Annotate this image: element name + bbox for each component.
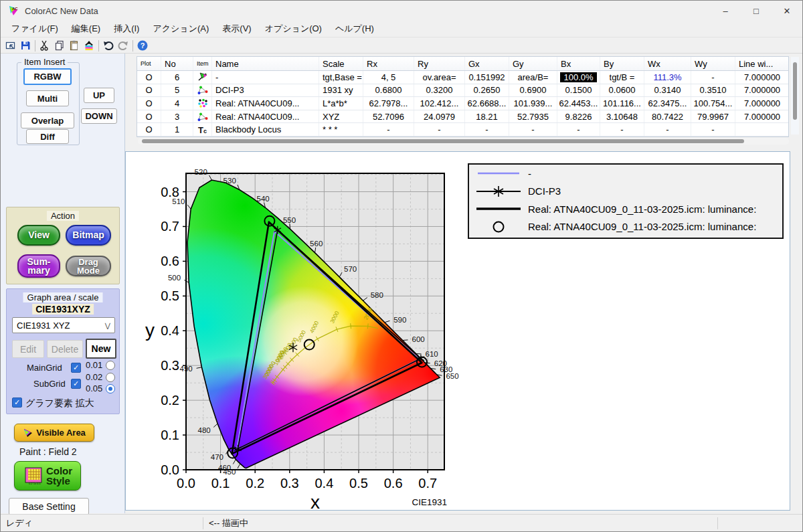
menu-item-4[interactable]: 表示(V) xyxy=(215,21,258,37)
grid-step-radio-005[interactable] xyxy=(106,384,115,393)
cell-wx[interactable]: 111.3% xyxy=(644,71,691,84)
menu-item-0[interactable]: ファイル(F) xyxy=(5,21,65,37)
rgbw-button[interactable]: RGBW xyxy=(23,68,72,85)
cell-by[interactable]: - xyxy=(600,123,644,136)
cell-wy[interactable]: - xyxy=(691,123,735,136)
menu-item-2[interactable]: 挿入(I) xyxy=(107,21,146,37)
cell-scale[interactable]: L*a*b* xyxy=(319,97,363,110)
cell-by[interactable]: tgt/B = xyxy=(600,71,644,84)
cell-wx[interactable]: 0.3140 xyxy=(644,84,691,97)
table-hscrollbar[interactable] xyxy=(138,138,789,145)
multi-button[interactable]: Multi xyxy=(26,90,69,106)
cell-gx[interactable]: 62.6688... xyxy=(465,97,509,110)
up-button[interactable]: UP xyxy=(84,88,114,103)
cell-bx[interactable]: 0.1500 xyxy=(557,84,600,97)
overlap-button[interactable]: Overlap xyxy=(21,112,74,128)
cell-name[interactable]: Blackbody Locus xyxy=(212,123,319,136)
cell-line-wi-[interactable] xyxy=(735,123,790,136)
col-header-by[interactable]: By xyxy=(600,57,644,70)
cell-gy[interactable]: - xyxy=(509,123,557,136)
cell-name[interactable]: Real: ATNA40CU09... xyxy=(212,97,319,110)
edit-button[interactable]: Edit xyxy=(12,340,44,358)
cell-line-wi-[interactable]: 7.000000 xyxy=(735,97,790,110)
view-button[interactable]: View xyxy=(17,225,60,246)
cell-gx[interactable]: 0.2650 xyxy=(465,84,509,97)
cell-gy[interactable]: area/B= xyxy=(509,71,557,84)
down-button[interactable]: DOWN xyxy=(81,108,117,124)
cell-scale[interactable]: 1931 xy xyxy=(319,84,363,97)
plot-toggle[interactable]: O xyxy=(137,84,161,97)
cell-bx[interactable]: 100.0% xyxy=(557,71,600,84)
cell-ry[interactable]: 24.0979 xyxy=(414,110,465,123)
col-header-scale[interactable]: Scale xyxy=(319,57,363,70)
color-icon[interactable] xyxy=(82,39,96,52)
export-icon[interactable] xyxy=(3,39,18,52)
col-header-wx[interactable]: Wx xyxy=(644,57,691,70)
scale-dropdown[interactable]: CIE1931 XYZ ⋁ xyxy=(12,317,115,333)
cell-by[interactable]: 0.0600 xyxy=(600,84,644,97)
cell-line-wi-[interactable]: 7.000000 xyxy=(735,110,790,123)
cell-ry[interactable]: - xyxy=(414,123,465,136)
cell-line-wi-[interactable]: 7.000000 xyxy=(735,84,790,97)
cell-scale[interactable]: tgt,Base = xyxy=(319,71,363,84)
col-header-line-wi-[interactable]: Line wi... xyxy=(735,57,790,70)
cell-by[interactable]: 3.10648 xyxy=(600,110,644,123)
grid-step-radio-001[interactable] xyxy=(106,361,115,370)
cell-no[interactable]: 5 xyxy=(161,84,193,97)
cell-gy[interactable]: 52.7935 xyxy=(509,110,557,123)
color-style-button[interactable]: 0.2 1x 0.5 Color Style xyxy=(14,461,81,491)
cell-wy[interactable]: 0.3510 xyxy=(691,84,735,97)
cell-rx[interactable]: - xyxy=(363,123,414,136)
menu-item-5[interactable]: オプション(O) xyxy=(258,21,329,37)
base-setting-button[interactable]: Base Setting xyxy=(9,498,89,515)
menu-item-3[interactable]: アクション(A) xyxy=(146,21,215,37)
cell-wx[interactable]: 80.7422 xyxy=(644,110,691,123)
cell-bx[interactable]: 62.4453... xyxy=(557,97,600,110)
col-header-ry[interactable]: Ry xyxy=(414,57,465,70)
cell-no[interactable]: 4 xyxy=(161,97,193,110)
cell-wx[interactable]: - xyxy=(644,123,691,136)
cell-ry[interactable]: 0.3200 xyxy=(414,84,465,97)
cell-ry[interactable]: ov.area= xyxy=(414,71,465,84)
help-icon[interactable]: ? xyxy=(135,39,150,52)
col-header-plot[interactable]: Plot xyxy=(137,57,161,70)
table-row-4[interactable]: O4Real: ATNA40CU09...L*a*b*62.7978...102… xyxy=(137,97,788,110)
col-header-item[interactable]: Item xyxy=(193,57,212,70)
col-header-no[interactable]: No xyxy=(161,57,193,70)
cell-name[interactable]: Real: ATNA40CU09... xyxy=(212,110,319,123)
cell-ry[interactable]: 102.412... xyxy=(414,97,465,110)
cell-gx[interactable]: - xyxy=(465,123,509,136)
col-header-gx[interactable]: Gx xyxy=(465,57,509,70)
maingrid-checkbox[interactable]: ✓ xyxy=(71,363,81,373)
table-row-1[interactable]: O1TcBlackbody Locus* * *-------- xyxy=(137,123,788,137)
vscroll-thumb[interactable] xyxy=(793,62,797,120)
minimize-button[interactable]: – xyxy=(710,1,741,21)
undo-icon[interactable] xyxy=(101,39,116,52)
zoom-elements-checkbox[interactable]: ✓ xyxy=(12,397,22,408)
cut-icon[interactable] xyxy=(37,39,52,52)
save-icon[interactable] xyxy=(18,39,33,52)
drag-mode-button[interactable]: Drag Mode xyxy=(66,256,111,276)
col-header-rx[interactable]: Rx xyxy=(363,57,414,70)
col-header-wy[interactable]: Wy xyxy=(691,57,735,70)
maximize-button[interactable]: □ xyxy=(741,1,772,21)
cell-no[interactable]: 1 xyxy=(161,123,193,136)
plot-toggle[interactable]: O xyxy=(137,123,161,136)
summary-button[interactable]: Sum- mary xyxy=(17,254,60,278)
cell-name[interactable]: DCI-P3 xyxy=(212,84,319,97)
cell-scale[interactable]: * * * xyxy=(319,123,363,136)
cell-gx[interactable]: 18.21 xyxy=(465,110,509,123)
cell-name[interactable]: - xyxy=(212,71,319,84)
cell-wx[interactable]: 62.3475... xyxy=(644,97,691,110)
cell-rx[interactable]: 4, 5 xyxy=(363,71,414,84)
cell-scale[interactable]: XYZ xyxy=(319,110,363,123)
diff-button[interactable]: Diff xyxy=(26,129,69,144)
table-row-3[interactable]: O3Real: ATNA40CU09...XYZ52.709624.097918… xyxy=(137,110,788,124)
plot-toggle[interactable]: O xyxy=(137,110,161,123)
table-vscrollbar[interactable] xyxy=(791,57,799,135)
paste-icon[interactable] xyxy=(67,39,82,52)
grid-step-radio-002[interactable] xyxy=(106,373,115,382)
col-header-bx[interactable]: Bx xyxy=(557,57,600,70)
cell-gx[interactable]: 0.151992 xyxy=(465,71,509,84)
cell-wy[interactable]: 79.9967 xyxy=(691,110,735,123)
